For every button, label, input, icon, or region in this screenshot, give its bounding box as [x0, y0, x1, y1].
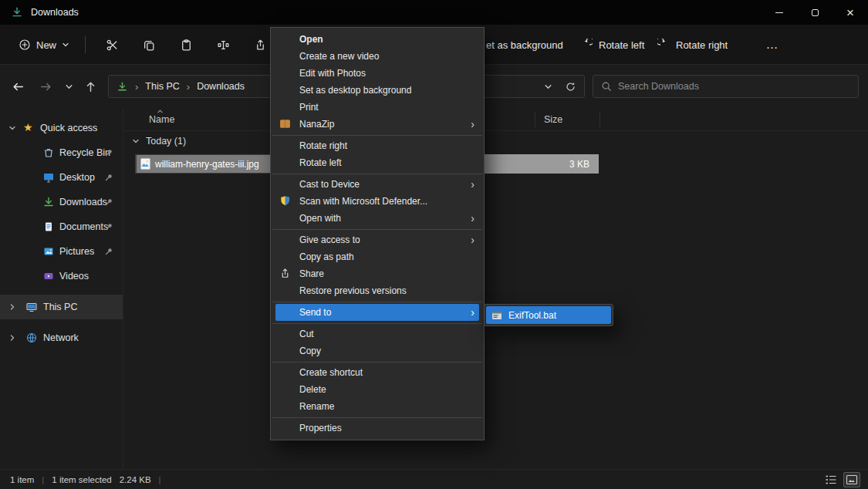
- column-header-name[interactable]: Name: [149, 114, 174, 125]
- chevron-right-icon[interactable]: [8, 334, 16, 342]
- menu-item-edit-with-photos[interactable]: Edit with Photos: [271, 65, 484, 82]
- sidebar-item-this-pc[interactable]: This PC: [0, 295, 123, 319]
- rotate-left-button[interactable]: Rotate left: [580, 25, 644, 65]
- chevron-right-icon[interactable]: [8, 303, 16, 311]
- menu-item-scan-with-microsoft-defender[interactable]: Scan with Microsoft Defender...: [271, 193, 484, 210]
- forward-button[interactable]: [34, 75, 57, 98]
- paste-button[interactable]: [173, 32, 199, 58]
- breadcrumb-this-pc[interactable]: This PC: [145, 81, 179, 92]
- sidebar-item-videos[interactable]: Videos: [0, 264, 123, 288]
- downloads-icon: [42, 196, 55, 208]
- search-input[interactable]: [618, 81, 850, 92]
- menu-item-create-shortcut[interactable]: Create shortcut: [271, 364, 484, 381]
- refresh-button[interactable]: [565, 81, 576, 93]
- submenu-item-exiftool[interactable]: ExifTool.bat: [486, 306, 611, 324]
- menu-item-open[interactable]: Open: [271, 31, 484, 48]
- group-header-today[interactable]: Today (1): [132, 136, 186, 147]
- selected-count: 1 item selected: [52, 475, 111, 484]
- menu-item-copy-as-path[interactable]: Copy as path: [271, 248, 484, 265]
- menu-item-give-access-to[interactable]: Give access to ›: [271, 231, 484, 248]
- cut-button[interactable]: [99, 32, 125, 58]
- menu-item-copy[interactable]: Copy: [271, 342, 484, 359]
- chevron-down-icon[interactable]: [132, 137, 140, 145]
- set-as-background-button[interactable]: et as background: [486, 25, 563, 65]
- maximize-button[interactable]: [797, 0, 833, 25]
- share-button[interactable]: [247, 32, 273, 58]
- rotate-right-button[interactable]: Rotate right: [657, 25, 728, 65]
- more-options-button[interactable]: …: [758, 25, 786, 65]
- chevron-down-icon[interactable]: [8, 124, 16, 132]
- pin-icon: [104, 222, 113, 231]
- pin-icon: [104, 148, 113, 157]
- menu-item-label: Create a new video: [299, 51, 379, 62]
- rotate-left-label: Rotate left: [599, 39, 644, 51]
- menu-item-share[interactable]: Share: [271, 265, 484, 282]
- menu-item-print[interactable]: Print: [271, 99, 484, 116]
- menu-item-send-to[interactable]: Send to ›: [275, 304, 479, 321]
- network-icon: [25, 332, 38, 344]
- submenu-arrow-icon: ›: [471, 210, 475, 227]
- thumbnail-view-button[interactable]: [843, 472, 860, 487]
- menu-item-cast-to-device[interactable]: Cast to Device ›: [271, 176, 484, 193]
- menu-item-label: Set as desktop background: [299, 85, 411, 96]
- videos-icon: [42, 270, 55, 282]
- menu-item-create-a-new-video[interactable]: Create a new video: [271, 48, 484, 65]
- jpg-file-icon: [140, 158, 150, 170]
- file-name-cell[interactable]: william-henry-gates-iii.jpg: [137, 155, 271, 173]
- file-list: Name Size Today (1) william-henry-gates-…: [124, 108, 868, 469]
- minimize-button[interactable]: [762, 0, 797, 25]
- close-button[interactable]: ×: [833, 0, 868, 25]
- column-header-size[interactable]: Size: [544, 114, 562, 125]
- rename-button[interactable]: [210, 32, 236, 58]
- toolbar-divider: [85, 36, 86, 53]
- sidebar-item-quick-access[interactable]: ★ Quick access: [0, 116, 123, 140]
- menu-item-label: Edit with Photos: [299, 68, 366, 79]
- menu-item-properties[interactable]: Properties: [271, 420, 484, 437]
- back-button[interactable]: [6, 75, 29, 98]
- breadcrumb-separator-icon: ›: [187, 81, 190, 93]
- window-title: Downloads: [31, 7, 79, 18]
- sidebar-item-documents[interactable]: Documents: [0, 214, 123, 239]
- exiftool-app-icon: [491, 310, 502, 321]
- defender-shield-icon: [279, 195, 292, 207]
- rotate-left-icon: [580, 39, 593, 51]
- menu-item-rotate-left[interactable]: Rotate left: [271, 154, 484, 171]
- menu-item-restore-previous-versions[interactable]: Restore previous versions: [271, 282, 484, 299]
- breadcrumb-separator-icon: ›: [135, 81, 138, 93]
- menu-item-nanazip[interactable]: NanaZip ›: [271, 116, 484, 133]
- sidebar-item-downloads[interactable]: Downloads: [0, 190, 123, 214]
- sidebar-item-pictures[interactable]: Pictures: [0, 239, 123, 264]
- menu-item-label: Give access to: [299, 234, 360, 245]
- context-menu: Open Create a new video Edit with Photos…: [270, 27, 485, 440]
- details-view-button[interactable]: [822, 472, 839, 487]
- sidebar-item-desktop[interactable]: Desktop: [0, 165, 123, 190]
- menu-item-cut[interactable]: Cut: [271, 325, 484, 342]
- sidebar-item-recycle-bin[interactable]: Recycle Bin: [0, 140, 123, 165]
- rotate-right-icon: [657, 39, 670, 51]
- file-row[interactable]: william-henry-gates-iii.jpg: [135, 154, 272, 174]
- recent-locations-button[interactable]: [59, 75, 79, 98]
- copy-button[interactable]: [136, 32, 162, 58]
- up-button[interactable]: [79, 75, 102, 98]
- search-box[interactable]: [593, 75, 859, 98]
- column-divider[interactable]: [535, 112, 535, 127]
- menu-item-rotate-right[interactable]: Rotate right: [271, 137, 484, 154]
- navigation-pane: ★ Quick access Recycle Bin Desktop Downl…: [0, 108, 123, 469]
- breadcrumb-downloads[interactable]: Downloads: [197, 81, 245, 92]
- menu-item-open-with[interactable]: Open with ›: [271, 210, 484, 227]
- sidebar-item-network[interactable]: Network: [0, 325, 123, 350]
- clipboard-icon: [180, 39, 193, 52]
- titlebar: Downloads ×: [0, 0, 868, 25]
- menu-item-rename[interactable]: Rename: [271, 398, 484, 415]
- menu-item-label: Rename: [299, 401, 334, 412]
- share-icon: [254, 39, 267, 52]
- menu-item-label: Scan with Microsoft Defender...: [299, 196, 427, 207]
- address-dropdown-button[interactable]: [544, 83, 552, 91]
- column-divider[interactable]: [599, 112, 600, 127]
- menu-item-label: Cut: [299, 329, 314, 339]
- minimize-icon: [775, 12, 783, 13]
- menu-item-set-as-desktop-background[interactable]: Set as desktop background: [271, 82, 484, 99]
- menu-item-delete[interactable]: Delete: [271, 381, 484, 398]
- new-button[interactable]: New: [11, 34, 77, 56]
- sort-ascending-icon: [157, 108, 164, 114]
